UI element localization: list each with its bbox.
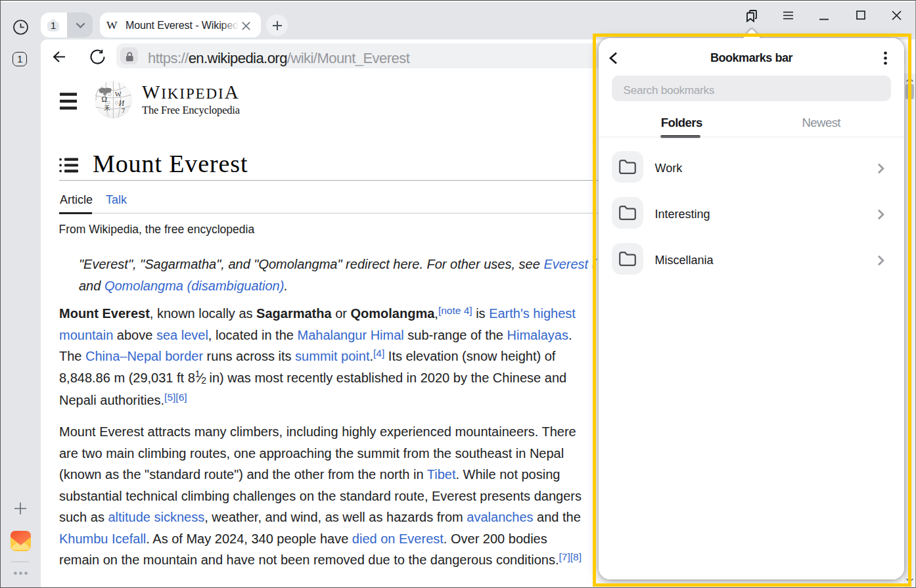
svg-text:W: W bbox=[115, 91, 122, 98]
svg-text:И: И bbox=[118, 99, 125, 107]
svg-text:Ω: Ω bbox=[102, 95, 108, 103]
svg-text:禾: 禾 bbox=[104, 104, 111, 112]
svg-text:7: 7 bbox=[122, 107, 125, 114]
